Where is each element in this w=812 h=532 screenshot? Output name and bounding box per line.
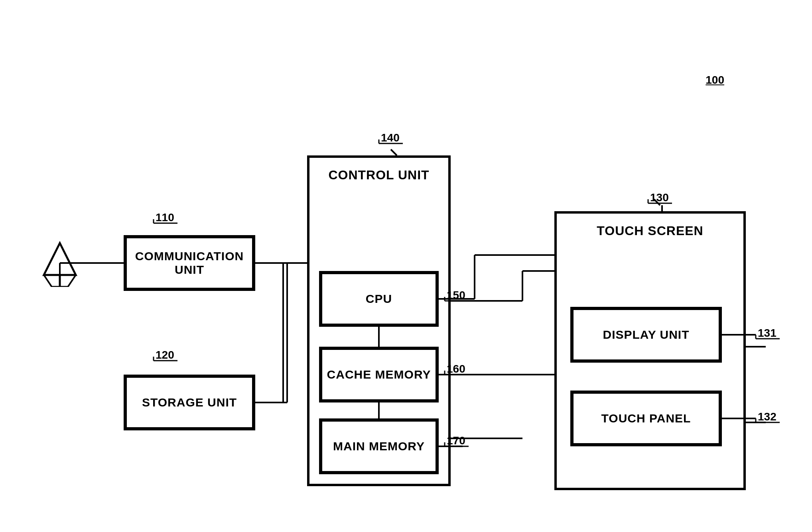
control-unit-label: CONTROL UNIT bbox=[309, 166, 448, 183]
ref-160-tick bbox=[443, 369, 471, 377]
communication-unit-label: COMMUNICATION UNIT bbox=[127, 249, 252, 277]
touch-panel-label: TOUCH PANEL bbox=[601, 412, 691, 425]
communication-unit-box: COMMUNICATION UNIT bbox=[124, 235, 255, 291]
display-unit-label: DISPLAY UNIT bbox=[603, 328, 689, 342]
storage-unit-box: STORAGE UNIT bbox=[124, 375, 255, 430]
ref-120-tick bbox=[152, 355, 179, 363]
cpu-label: CPU bbox=[366, 292, 392, 306]
ref-132-tick bbox=[754, 416, 782, 424]
cache-memory-box: CACHE MEMORY bbox=[319, 347, 439, 402]
ref-100: 100 bbox=[706, 74, 724, 86]
diagram: 100 110 COMMUNICATION UNIT 120 STORAGE U… bbox=[0, 0, 812, 532]
ref-131-tick bbox=[754, 333, 782, 341]
cpu-box: CPU bbox=[319, 271, 439, 327]
ref-110-tick bbox=[152, 217, 179, 225]
ref-150-tick bbox=[443, 295, 471, 303]
touch-panel-box: TOUCH PANEL bbox=[570, 391, 722, 446]
antenna-icon bbox=[40, 239, 80, 287]
svg-line-18 bbox=[44, 275, 52, 287]
main-memory-box: MAIN MEMORY bbox=[319, 418, 439, 474]
svg-marker-15 bbox=[44, 243, 76, 275]
storage-unit-label: STORAGE UNIT bbox=[142, 396, 237, 409]
cache-memory-label: CACHE MEMORY bbox=[327, 368, 431, 381]
display-unit-box: DISPLAY UNIT bbox=[570, 307, 722, 363]
svg-line-19 bbox=[68, 275, 76, 287]
ref-170-tick bbox=[443, 440, 471, 448]
svg-line-54 bbox=[391, 149, 397, 155]
main-memory-label: MAIN MEMORY bbox=[333, 440, 425, 453]
touch-screen-label: TOUCH SCREEN bbox=[557, 222, 743, 238]
ref-140-tick bbox=[377, 137, 405, 145]
ref-130-tick bbox=[646, 197, 674, 205]
